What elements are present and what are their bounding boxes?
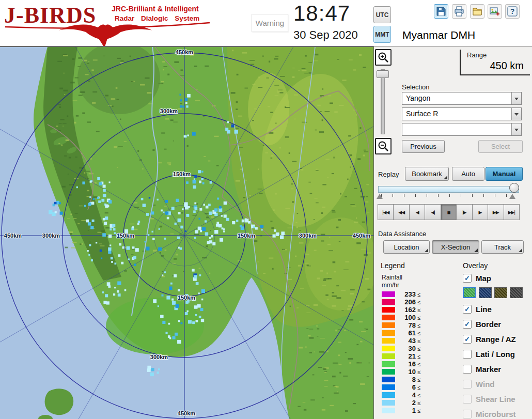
legend-swatch <box>382 392 395 398</box>
overlay-item-map[interactable]: Map <box>463 274 491 283</box>
reverse-play-button[interactable]: ◀ <box>409 204 425 220</box>
overlay-item-range-az[interactable]: Range / AZ <box>463 335 516 344</box>
station-title: Myanmar DMH <box>402 29 475 41</box>
save-button[interactable] <box>434 4 448 19</box>
clock-time: 18:47 <box>293 1 350 26</box>
manual-button[interactable]: Manual <box>486 167 523 181</box>
option-dropdown[interactable] <box>402 123 522 136</box>
leq-sign: ≤ <box>417 330 420 336</box>
timeline-tick <box>415 194 416 197</box>
chevron-down-icon[interactable] <box>511 92 521 104</box>
bookmark-button-label: Bookmark <box>412 170 442 178</box>
overlay-item-microburst: Microburst <box>463 410 516 418</box>
map-style-swatch-green[interactable] <box>463 287 476 298</box>
capture-button[interactable] <box>488 4 502 19</box>
location-button[interactable]: Location <box>383 240 430 254</box>
timeline-tick <box>427 194 427 197</box>
play-button[interactable]: ▶ <box>472 204 488 220</box>
legend-swatch <box>382 330 395 336</box>
skip-to-end-button[interactable]: ▶▶| <box>504 204 520 220</box>
overlay-item-border[interactable]: Border <box>463 320 501 329</box>
submenu-corner-icon <box>425 249 428 252</box>
overlay-item-marker[interactable]: Marker <box>463 365 501 374</box>
legend-value: 233 <box>398 290 416 298</box>
auto-button[interactable]: Auto <box>452 167 484 181</box>
checkbox[interactable] <box>463 350 472 359</box>
legend-swatch <box>382 338 395 344</box>
checkbox[interactable] <box>463 365 472 374</box>
fast-rewind-button[interactable]: ◀◀ <box>393 204 409 220</box>
utc-button[interactable]: UTC <box>373 6 391 23</box>
overlay-item-wind: Wind <box>463 380 495 389</box>
zoom-out-button[interactable] <box>375 138 392 154</box>
track-button[interactable]: Track <box>481 240 524 254</box>
xsection-button[interactable]: X-Section <box>432 240 479 254</box>
timeline-end-marker[interactable] <box>509 194 515 199</box>
product-dropdown[interactable]: Surface R <box>402 107 522 120</box>
checkbox <box>463 395 472 404</box>
checkbox <box>463 380 472 389</box>
range-box: Range 450 km <box>460 50 530 75</box>
leq-sign: ≤ <box>417 338 420 344</box>
legend-row: 4≤ <box>382 391 444 399</box>
replay-timeline[interactable] <box>378 186 519 193</box>
zoom-slider[interactable] <box>381 69 385 134</box>
step-forward-button[interactable]: |▶ <box>456 204 472 220</box>
help-button[interactable]: ? <box>505 4 520 19</box>
legend-value: 1 <box>398 407 416 414</box>
overlay-item-lati-long[interactable]: Lati / Long <box>463 350 515 359</box>
ring-label: 300km <box>42 232 60 239</box>
legend-value: 8 <box>398 376 416 383</box>
legend-row: 162≤ <box>382 306 444 314</box>
checkbox[interactable] <box>463 335 472 344</box>
stop-button[interactable]: ■ <box>441 204 457 220</box>
skip-to-start-button[interactable]: |◀◀ <box>378 204 394 220</box>
xsection-button-label: X-Section <box>441 243 470 251</box>
legend-swatch <box>382 322 395 328</box>
radar-map[interactable]: 450km 300km 150km 450km 300km 150km 150k… <box>0 47 373 419</box>
chevron-down-icon[interactable] <box>511 108 521 120</box>
checkbox[interactable] <box>463 305 472 314</box>
open-button[interactable] <box>470 4 484 19</box>
bookmark-button[interactable]: Bookmark <box>405 167 449 181</box>
legend-value: 30 <box>398 345 416 352</box>
checkbox[interactable] <box>463 320 472 329</box>
legend-row: 233≤ <box>382 290 444 298</box>
ring-label: 150km <box>173 171 191 177</box>
timeline-start-marker[interactable] <box>377 194 383 199</box>
replay-label: Replay <box>378 170 399 178</box>
chevron-down-icon[interactable] <box>511 123 521 135</box>
mmt-button[interactable]: MMT <box>373 26 391 43</box>
legend-swatch <box>382 361 395 367</box>
fast-forward-button[interactable]: ▶▶ <box>488 204 504 220</box>
overlay-item-label: Range / AZ <box>476 335 516 344</box>
map-style-swatch-gray[interactable] <box>510 287 523 298</box>
track-button-label: Track <box>494 243 511 251</box>
overlay-item-label: Microburst <box>476 410 516 418</box>
checkbox[interactable] <box>463 274 472 283</box>
legend-swatch <box>382 307 395 313</box>
timeline-tick <box>483 194 484 197</box>
print-button[interactable] <box>452 4 466 19</box>
legend-value: 4 <box>398 391 416 399</box>
jbirds-app: J-BIRDS JRC-Brilliant & Intelligent Rada… <box>0 0 532 419</box>
overlay-item-label: Line <box>476 305 492 314</box>
timeline-thumb[interactable] <box>509 183 519 193</box>
warning-indicator[interactable]: Warning <box>252 14 288 32</box>
overlay-item-line[interactable]: Line <box>463 305 492 314</box>
step-back-button[interactable]: ◀| <box>425 204 441 220</box>
leq-sign: ≤ <box>417 361 420 367</box>
zoom-slider-thumb[interactable] <box>377 70 389 78</box>
overlay-item-label: Marker <box>476 365 501 374</box>
site-dropdown[interactable]: Yangon <box>402 92 522 105</box>
previous-button[interactable]: Previous <box>402 140 445 153</box>
overlay-item-label: Lati / Long <box>476 350 515 359</box>
radar-map-area[interactable]: 450km 300km 150km 450km 300km 150km 150k… <box>0 46 373 419</box>
timeline-tick <box>506 194 507 197</box>
zoom-in-button[interactable] <box>375 49 392 66</box>
map-style-swatch-olive[interactable] <box>494 287 507 298</box>
overlay-item-label: Map <box>476 274 491 283</box>
map-style-swatch-navy[interactable] <box>479 287 492 298</box>
ring-label: 300km <box>160 108 178 114</box>
legend-swatch <box>382 353 395 359</box>
